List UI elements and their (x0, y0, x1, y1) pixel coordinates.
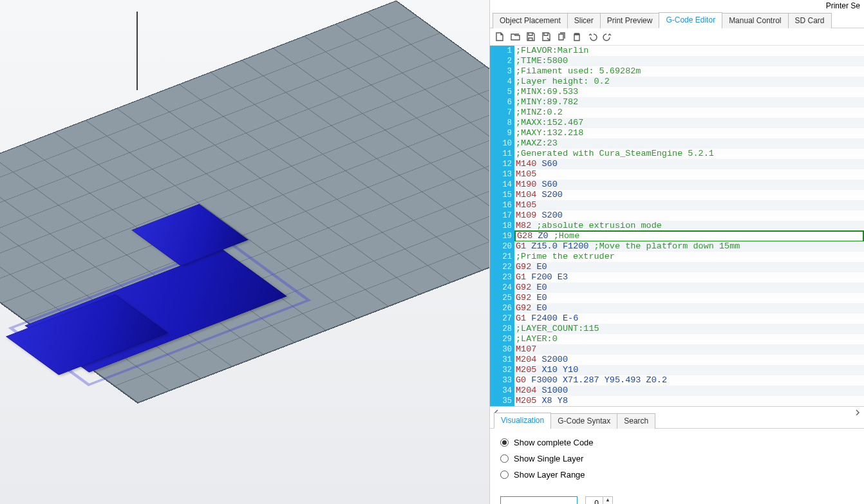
code-text[interactable]: G1 F200 E3 (514, 272, 864, 283)
scroll-right-icon[interactable] (852, 407, 863, 418)
code-text[interactable]: ;Generated with Cura_SteamEngine 5.2.1 (514, 149, 864, 159)
code-line[interactable]: 24G92 E0 (490, 283, 864, 293)
code-line[interactable]: 31M204 S2000 (490, 355, 864, 365)
layer-combo[interactable] (500, 496, 578, 504)
code-line[interactable]: 17M109 S200 (490, 210, 864, 221)
radio-icon[interactable] (500, 471, 509, 479)
code-text[interactable]: M205 X8 Y8 (514, 396, 864, 406)
radio-icon[interactable] (500, 438, 509, 447)
code-text[interactable]: M204 S1000 (514, 386, 864, 396)
undo-icon[interactable] (587, 31, 598, 42)
code-line[interactable]: 28;LAYER_COUNT:115 (490, 324, 864, 334)
code-line[interactable]: 8;MAXX:152.467 (490, 118, 864, 128)
code-line[interactable]: 19G28 Z0 ;Home (490, 231, 864, 241)
code-text[interactable]: ;Filament used: 5.69282m (514, 66, 864, 77)
redo-icon[interactable] (602, 31, 614, 42)
code-text[interactable]: ;TIME:5800 (514, 56, 864, 66)
printer-settings-link[interactable]: Printer Se (822, 0, 864, 12)
radio-icon[interactable] (500, 454, 509, 463)
viz-option-range[interactable]: Show Layer Range (500, 470, 854, 480)
code-line[interactable]: 14M190 S60 (490, 180, 864, 190)
code-text[interactable]: ;FLAVOR:Marlin (514, 46, 864, 56)
code-line[interactable]: 16M105 (490, 200, 864, 210)
code-line[interactable]: 9;MAXY:132.218 (490, 128, 864, 138)
code-line[interactable]: 22G92 E0 (490, 262, 864, 272)
tab-sd-card[interactable]: SD Card (788, 13, 832, 28)
layer-spinner[interactable]: 0 ▲ ▼ (585, 496, 613, 504)
new-file-icon[interactable] (494, 31, 505, 42)
code-line[interactable]: 33G0 F3000 X71.287 Y95.493 Z0.2 (490, 375, 864, 386)
code-line[interactable]: 11;Generated with Cura_SteamEngine 5.2.1 (490, 149, 864, 159)
paste-icon[interactable] (571, 31, 583, 42)
code-line[interactable]: 32M205 X10 Y10 (490, 365, 864, 375)
code-text[interactable]: G28 Z0 ;Home (514, 230, 864, 242)
code-line[interactable]: 20G1 Z15.0 F1200 ;Move the platform down… (490, 241, 864, 252)
code-text[interactable]: M105 (514, 200, 864, 210)
code-text[interactable]: M109 S200 (514, 210, 864, 221)
code-text[interactable]: M205 X10 Y10 (514, 365, 864, 375)
code-line[interactable]: 26G92 E0 (490, 303, 864, 313)
code-text[interactable]: M104 S200 (514, 190, 864, 200)
code-text[interactable]: M140 S60 (514, 159, 864, 169)
viewport-3d[interactable] (0, 0, 489, 504)
code-line[interactable]: 6;MINY:89.782 (490, 97, 864, 107)
code-line[interactable]: 21;Prime the extruder (490, 252, 864, 262)
code-line[interactable]: 15M104 S200 (490, 190, 864, 200)
code-text[interactable]: G92 E0 (514, 303, 864, 313)
code-text[interactable]: ;LAYER:0 (514, 334, 864, 344)
code-line[interactable]: 23G1 F200 E3 (490, 272, 864, 283)
code-text[interactable]: G92 E0 (514, 293, 864, 303)
code-line[interactable]: 2;TIME:5800 (490, 56, 864, 66)
code-line[interactable]: 12M140 S60 (490, 159, 864, 169)
code-text[interactable]: M105 (514, 169, 864, 180)
code-text[interactable]: G1 F2400 E-6 (514, 313, 864, 324)
code-line[interactable]: 27G1 F2400 E-6 (490, 313, 864, 324)
code-text[interactable]: ;LAYER_COUNT:115 (514, 324, 864, 334)
tab-print-preview[interactable]: Print Preview (600, 13, 660, 28)
code-text[interactable]: ;Layer height: 0.2 (514, 77, 864, 87)
code-text[interactable]: ;Prime the extruder (514, 252, 864, 262)
code-text[interactable]: M190 S60 (514, 180, 864, 190)
viz-option-complete[interactable]: Show complete Code (500, 438, 854, 447)
code-text[interactable]: ;MAXX:152.467 (514, 118, 864, 128)
code-text[interactable]: G0 F3000 X71.287 Y95.493 Z0.2 (514, 375, 864, 386)
tab-manual-control[interactable]: Manual Control (722, 13, 788, 28)
bottom-tab-search[interactable]: Search (617, 413, 655, 429)
code-text[interactable]: ;MINX:69.533 (514, 87, 864, 97)
code-line[interactable]: 35M205 X8 Y8 (490, 396, 864, 406)
code-text[interactable]: G92 E0 (514, 262, 864, 272)
code-line[interactable]: 3;Filament used: 5.69282m (490, 66, 864, 77)
tab-gcode-editor[interactable]: G-Code Editor (659, 12, 722, 28)
code-text[interactable]: ;MAXZ:23 (514, 138, 864, 149)
code-text[interactable]: ;MAXY:132.218 (514, 128, 864, 138)
open-file-icon[interactable] (509, 31, 521, 42)
bottom-tab-gcode-syntax[interactable]: G-Code Syntax (550, 413, 617, 429)
code-line[interactable]: 4;Layer height: 0.2 (490, 77, 864, 87)
tab-slicer[interactable]: Slicer (567, 13, 601, 28)
code-text[interactable]: M204 S2000 (514, 355, 864, 365)
save-as-icon[interactable] (540, 31, 552, 42)
tab-object-placement[interactable]: Object Placement (493, 13, 568, 28)
code-editor[interactable]: 1;FLAVOR:Marlin2;TIME:58003;Filament use… (490, 46, 864, 406)
copy-icon[interactable] (556, 31, 567, 42)
code-text[interactable]: G1 Z15.0 F1200 ;Move the platform down 1… (514, 241, 864, 252)
code-text[interactable]: M82 ;absolute extrusion mode (514, 221, 864, 231)
code-line[interactable]: 18M82 ;absolute extrusion mode (490, 221, 864, 231)
save-icon[interactable] (525, 31, 536, 42)
code-line[interactable]: 1;FLAVOR:Marlin (490, 46, 864, 56)
editor-hscrollbar[interactable] (490, 406, 864, 407)
code-line[interactable]: 7;MINZ:0.2 (490, 107, 864, 118)
viz-option-single[interactable]: Show Single Layer (500, 454, 854, 463)
code-text[interactable]: G92 E0 (514, 283, 864, 293)
code-line[interactable]: 30M107 (490, 344, 864, 355)
code-line[interactable]: 34M204 S1000 (490, 386, 864, 396)
code-text[interactable]: ;MINZ:0.2 (514, 107, 864, 118)
spinner-up-icon[interactable]: ▲ (603, 497, 612, 503)
code-line[interactable]: 25G92 E0 (490, 293, 864, 303)
code-line[interactable]: 5;MINX:69.533 (490, 87, 864, 97)
code-line[interactable]: 29;LAYER:0 (490, 334, 864, 344)
code-line[interactable]: 13M105 (490, 169, 864, 180)
code-text[interactable]: ;MINY:89.782 (514, 97, 864, 107)
bottom-tab-visualization[interactable]: Visualization (494, 413, 551, 429)
code-line[interactable]: 10;MAXZ:23 (490, 138, 864, 149)
